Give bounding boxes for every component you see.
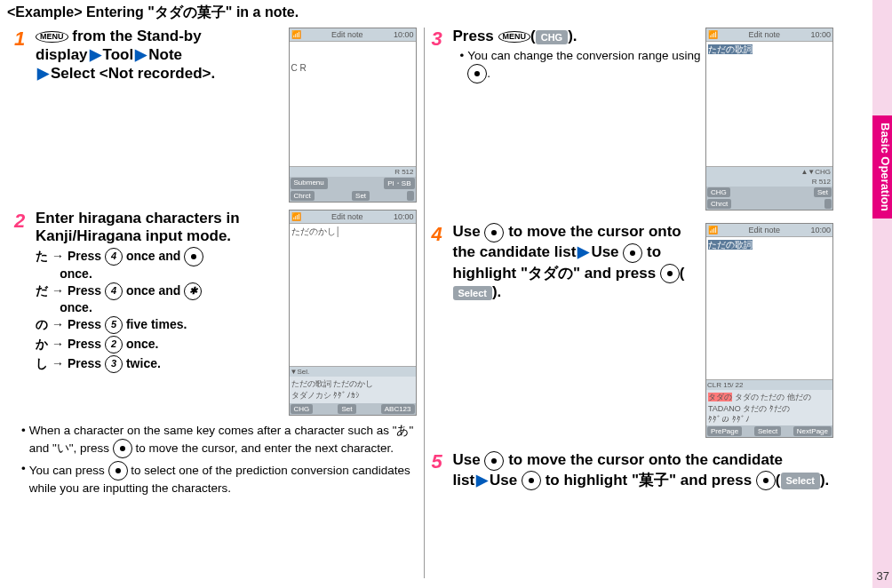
nav-all-icon (522, 471, 541, 490)
select-softkey-icon: Select (781, 473, 820, 489)
step-2: 2 Enter hiragana characters in Kanji/Hir… (14, 210, 417, 416)
menu-button-icon: MENU (498, 31, 531, 43)
s1-note: Note (148, 46, 182, 63)
s1-select: Select <Not recorded>. (51, 65, 215, 82)
menu-button-icon: MENU (36, 31, 68, 43)
step-3-note: •You can change the conversion range usi… (460, 48, 703, 83)
left-column: 1 MENU from the Stand-by display▶Tool▶No… (7, 28, 424, 578)
step-2-note-1: •When a character on the same key comes … (21, 423, 417, 458)
phone1-title: Edit note (331, 30, 363, 39)
step-1-text: MENU from the Stand-by display▶Tool▶Note… (36, 28, 285, 83)
phone2-sel: ▼Sel. (290, 367, 416, 377)
nav-down-icon (484, 451, 504, 471)
select-softkey-icon: Select (453, 286, 492, 300)
nav-center-icon (660, 264, 680, 283)
example-title: <Example> Entering "タダの菓子" in a note. (7, 4, 840, 22)
step-2-heading: Enter hiragana characters in Kanji/Hirag… (36, 210, 285, 245)
phone2-candidates: ただの歌詞 ただのかし タダノカシ ﾀﾀﾞﾉｶｼ (290, 377, 416, 403)
step-number-2: 2 (14, 210, 36, 233)
phone2-screen: ただのかし│ (290, 223, 416, 367)
nav-right-icon (184, 247, 203, 266)
nav-right-icon (113, 439, 132, 458)
key-2-icon: 2 (105, 336, 123, 354)
phone4-title: Edit note (748, 226, 780, 234)
arrow-icon: ▶ (476, 472, 488, 489)
step-number-4: 4 (432, 223, 453, 246)
side-tab: Basic Operation (872, 0, 892, 588)
arrow-icon: ▶ (37, 65, 49, 82)
s1-tool: Tool (103, 46, 134, 63)
nav-down-icon (108, 461, 128, 481)
step-4: 4 Use to move the cursor onto the candid… (432, 223, 834, 438)
step-3-text: Press MENU(CHG). •You can change the con… (453, 28, 703, 86)
phone3-status: R 512 (706, 177, 832, 187)
phone-screenshot-3: 📶Edit note10:00 ただの歌詞 ▲▼CHG R 512 CHGSet… (705, 28, 833, 211)
arrow-icon: ▶ (135, 46, 147, 63)
phone4-clr: CLR 15/ 22 (706, 380, 832, 390)
phone1-softkeys: SubmenuPI・SB (290, 177, 416, 190)
nav-down-icon (484, 223, 504, 242)
step-4-instruction: Use to move the cursor onto the candidat… (453, 223, 703, 301)
kana-ka: か→Press 2 once. (36, 336, 285, 354)
phone3-screen: ただの歌詞 (706, 41, 832, 167)
phone3-mode: ▲▼CHG (706, 167, 832, 177)
step-2-note-2: •You can press to select one of the pred… (21, 461, 417, 497)
step-number-3: 3 (432, 28, 453, 51)
key-4-icon: 4 (105, 248, 123, 266)
kana-shi: し→Press 3 twice. (36, 355, 285, 373)
nav-all-icon (623, 243, 642, 263)
key-star-icon: ✱ (184, 282, 202, 300)
kana-da: だ→Press 4 once and ✱ once. (36, 282, 285, 314)
step-number-5: 5 (432, 450, 453, 491)
key-3-icon: 3 (105, 355, 123, 373)
step-3-instruction: Press MENU(CHG). (453, 28, 577, 44)
key-4-icon: 4 (105, 282, 123, 300)
page: <Example> Entering "タダの菓子" in a note. 1 … (0, 0, 892, 588)
kana-no: の→Press 5 five times. (36, 316, 285, 334)
side-tab-label: Basic Operation (872, 115, 892, 219)
step-number-1: 1 (14, 28, 36, 51)
step-1: 1 MENU from the Stand-by display▶Tool▶No… (14, 28, 417, 203)
arrow-icon: ▶ (577, 243, 589, 260)
step-5: 5 Use to move the cursor onto the candid… (432, 450, 834, 491)
nav-lr-icon (467, 64, 487, 83)
step-5-instruction: Use to move the cursor onto the candidat… (453, 450, 834, 491)
phone1-status: R 512 (290, 167, 416, 177)
content-area: <Example> Entering "タダの菓子" in a note. 1 … (0, 0, 865, 588)
page-number: 37 (877, 569, 889, 583)
phone4-candidates: タダの タダの ただの 他だの TADANO タだの ﾀだの ﾀﾀﾞの ﾀﾀﾞﾉ (706, 390, 832, 425)
step-3: 3 Press MENU(CHG). •You can change the c… (432, 28, 834, 211)
step-2-text: Enter hiragana characters in Kanji/Hirag… (36, 210, 285, 375)
phone-screenshot-2: 📶Edit note10:00 ただのかし│ ▼Sel. ただの歌詞 ただのかし… (289, 210, 417, 416)
phone-screenshot-1: 📶Edit note10:00 C R R 512 SubmenuPI・SB C… (289, 28, 417, 203)
step-1-instruction: MENU from the Stand-by display▶Tool▶Note… (36, 28, 215, 82)
phone1-screen: C R (290, 41, 416, 167)
phone4-screen: ただの歌詞 (706, 236, 832, 380)
kana-ta: た→Press 4 once and once. (36, 247, 285, 281)
nav-center-icon (756, 471, 776, 490)
phone2-title: Edit note (331, 212, 363, 221)
phone3-title: Edit note (748, 30, 780, 39)
chg-softkey-icon: CHG (536, 30, 568, 44)
arrow-icon: ▶ (90, 46, 101, 63)
columns: 1 MENU from the Stand-by display▶Tool▶No… (7, 28, 840, 578)
phone-screenshot-4: 📶Edit note10:00 ただの歌詞 CLR 15/ 22 タダの タダの… (705, 223, 833, 438)
key-5-icon: 5 (105, 316, 123, 334)
right-column: 3 Press MENU(CHG). •You can change the c… (425, 28, 841, 578)
